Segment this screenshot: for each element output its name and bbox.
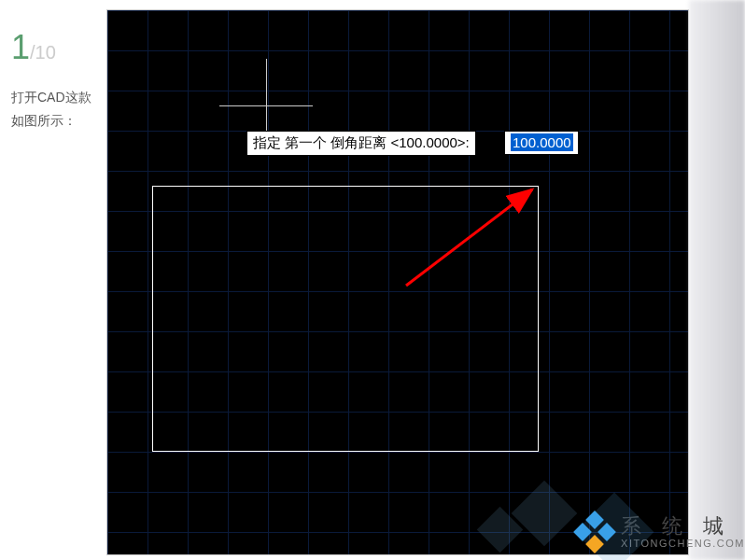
grid-line [107,91,688,91]
grid-line [107,10,688,11]
grid-line [107,171,688,172]
step-counter: 1/10 [11,28,95,67]
grid-line [107,10,108,554]
grid-line [589,10,590,554]
grid-line [107,50,688,51]
step-total-number: /10 [30,42,56,63]
grid-line [107,452,688,453]
cad-drawing-canvas[interactable]: 指定 第一个 倒角距离 <100.0000>: 100.0000 [106,9,689,555]
command-input[interactable]: 100.0000 [504,131,579,155]
grid-line [549,10,550,554]
instruction-text-1: 打开CAD这款 [11,86,95,109]
right-panel-blur [689,0,745,560]
grid-line [629,10,630,554]
drawn-rectangle[interactable] [152,186,539,452]
step-current-number: 1 [11,28,30,66]
watermark: 系 统 城 XITONGCHENG.COM [576,513,745,551]
grid-line [669,10,670,554]
command-input-value: 100.0000 [511,133,573,151]
instruction-text-2: 如图所示： [11,109,95,133]
command-prompt-label: 指定 第一个 倒角距离 <100.0000>: [246,131,476,156]
tutorial-sidebar: 1/10 打开CAD这款 如图所示： [0,0,106,560]
watermark-logo-icon [576,513,613,551]
grid-line [148,10,148,554]
grid-line [107,492,688,493]
